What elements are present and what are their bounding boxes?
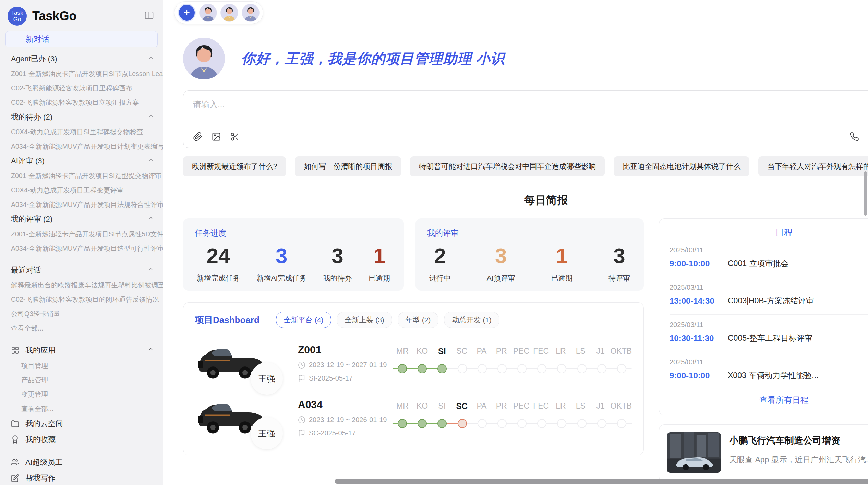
milestone-node[interactable] (597, 364, 606, 373)
sidebar-chat-item[interactable]: Z001-全新燃油皮卡产品开发项目SI节点Lesson Learn报告 (0, 66, 163, 81)
suggestion-chip[interactable]: 如何写一份清晰的项目周报 (295, 156, 401, 176)
snippet-scissors-icon[interactable] (230, 132, 240, 141)
milestone-node[interactable] (557, 364, 566, 373)
sidebar-item-cloud-space[interactable]: 我的云空间 (0, 416, 163, 432)
chat-item-label: A034-全新新能源MUV产品开发项目造型可行性评审 (11, 244, 163, 253)
section-title: 我的评审 (2) (11, 214, 52, 224)
agent-avatar-3[interactable] (242, 4, 260, 22)
new-chat-button[interactable]: 新对话 (5, 31, 158, 47)
dashboard-tab[interactable]: 动总开发 (1) (444, 312, 499, 328)
agent-avatar-2[interactable] (220, 4, 238, 22)
milestone-node[interactable] (398, 364, 407, 373)
stat: 1 已逾期 (551, 243, 572, 283)
milestone-node[interactable] (577, 364, 587, 373)
milestone-node[interactable] (577, 419, 587, 428)
attach-file-icon[interactable] (193, 132, 203, 141)
milestone-node[interactable] (478, 364, 487, 373)
input-toolbar (193, 132, 868, 141)
stat-card: 我的评审 2 进行中 3 AI预评审 1 已逾期 3 待评审 (415, 218, 644, 291)
project-row[interactable]: 王强 Z001 2023-12-19 ~ 2027-01-19 SI-2025-… (195, 343, 632, 383)
sidebar-chat-item[interactable]: 公司Q3轻卡销量 (0, 307, 163, 321)
milestone-node[interactable] (418, 364, 427, 373)
sidebar-chat-item[interactable]: 解释最新出台的欧盟报废车法规再生塑料比例被调至15%... (0, 278, 163, 292)
sidebar-chat-item[interactable]: A034-全新新能源MUV产品开发项目造型可行性评审 (0, 241, 163, 256)
milestone-node[interactable] (478, 419, 487, 428)
milestone-node[interactable] (537, 419, 546, 428)
milestone-node[interactable] (398, 419, 407, 428)
sidebar-chat-item[interactable]: A034-全新新能源MUV产品开发项目计划变更表编写 (0, 139, 163, 153)
schedule-time: 13:00-14:30 (670, 296, 728, 306)
recent-chats-header[interactable]: 最近对话 (0, 263, 163, 278)
milestone-node[interactable] (617, 419, 626, 428)
chat-item-label: C0X4-动力总成开发项目SI里程碑提交物检查 (11, 127, 143, 137)
sidebar-section-header[interactable]: 我的评审 (2) (0, 212, 163, 227)
stat-value: 1 (369, 243, 390, 269)
milestone-node[interactable] (497, 364, 507, 373)
milestone-node[interactable] (458, 419, 467, 428)
sidebar-item-help-me-write[interactable]: 帮我写作 (0, 470, 163, 485)
tab-label: 全新平台 (4) (284, 316, 324, 324)
chat-item-label: C02-飞腾新能源轻客改款项目立项汇报方案 (11, 98, 139, 107)
stat: 3 待评审 (608, 243, 630, 283)
milestone-node[interactable] (458, 364, 467, 373)
sidebar-item-project-management[interactable]: 项目管理 (0, 358, 163, 373)
sidebar-chat-item[interactable]: C0X4-动力总成开发项目SI里程碑提交物检查 (0, 125, 163, 139)
suggestion-chip[interactable]: 当下年轻人对汽车外观有怎样的喜好趋势 (758, 156, 868, 176)
chat-input-box[interactable]: 请输入... (183, 90, 868, 148)
view-all-schedule-link[interactable]: 查看所有日程 (670, 389, 868, 409)
milestone-node[interactable] (517, 419, 527, 428)
milestone-node[interactable] (557, 419, 566, 428)
sidebar-chat-item[interactable]: 查看全部... (0, 321, 163, 335)
sidebar-section-header[interactable]: Agent已办 (3) (0, 51, 163, 66)
chat-item-label: A034-全新新能源MUV产品开发项目计划变更表编写 (11, 142, 163, 151)
sidebar-section-header[interactable]: 我的待办 (2) (0, 110, 163, 125)
dashboard-tab[interactable]: 全新上装 (3) (337, 312, 392, 328)
sidebar-chat-item[interactable]: Z001-全新燃油轻卡产品开发项目SI节点属性5D文件评审 (0, 227, 163, 241)
horizontal-scrollbar[interactable] (335, 479, 868, 484)
dashboard-tab[interactable]: 年型 (2) (398, 312, 439, 328)
sidebar-section-header[interactable]: AI评审 (3) (0, 153, 163, 169)
milestone-node[interactable] (597, 419, 606, 428)
agent-avatar-1[interactable] (199, 4, 217, 22)
suggestion-chip[interactable]: 比亚迪全固态电池计划具体说了什么 (614, 156, 749, 176)
sidebar-chat-item[interactable]: C02-飞腾新能源轻客改款项目的闭环通告反馈情况 (0, 292, 163, 307)
project-row[interactable]: 王强 A034 2023-12-19 ~ 2026-01-19 SC-2025-… (195, 398, 632, 438)
stat-label: 已逾期 (369, 273, 390, 283)
milestone-node[interactable] (437, 419, 447, 428)
milestone-node[interactable] (517, 364, 527, 373)
suggestion-chip[interactable]: 欧洲新规最近颁布了什么? (183, 156, 286, 176)
collapse-sidebar-icon[interactable] (144, 10, 154, 22)
schedule-time: 9:00-10:00 (670, 259, 728, 269)
milestone-label: LS (571, 401, 591, 411)
project-dashboard-card: 项目Dashboard 全新平台 (4)全新上装 (3)年型 (2)动总开发 (… (183, 302, 644, 455)
chip-label: 特朗普可能对进口汽车增税会对中国车企造成哪些影响 (419, 162, 596, 171)
image-upload-icon[interactable] (212, 132, 221, 141)
milestone-node[interactable] (497, 419, 507, 428)
sidebar-chat-item[interactable]: Z001-全新燃油轻卡产品开发项目SI造型提交物评审 (0, 169, 163, 183)
sidebar-item-favorites[interactable]: 我的收藏 (0, 432, 163, 447)
milestone-node[interactable] (537, 364, 546, 373)
vertical-scrollbar[interactable] (864, 171, 867, 216)
person-illustration (183, 38, 225, 79)
milestone-node[interactable] (437, 364, 447, 373)
my-apps-title: 我的应用 (25, 345, 56, 356)
sidebar-chat-item[interactable]: C02-飞腾新能源轻客改款项目里程碑画布 (0, 81, 163, 95)
sidebar-item-ai-super-staff[interactable]: AI超级员工 (0, 455, 163, 470)
sidebar-chat-item[interactable]: C02-飞腾新能源轻客改款项目立项汇报方案 (0, 95, 163, 110)
add-agent-button[interactable] (178, 4, 196, 22)
chat-item-label: 解释最新出台的欧盟报废车法规再生塑料比例被调至15%... (11, 281, 163, 290)
suggestion-chip[interactable]: 特朗普可能对进口汽车增税会对中国车企造成哪些影响 (410, 156, 605, 176)
sidebar-item-view-all-apps[interactable]: 查看全部... (0, 401, 163, 416)
milestone-node[interactable] (617, 364, 626, 373)
my-apps-header[interactable]: 我的应用 (0, 343, 163, 358)
voice-call-icon[interactable] (849, 132, 859, 141)
milestone-track: MRKOSISCPAPRPECFECLRLSJ1OKTB (393, 347, 632, 380)
sidebar-chat-item[interactable]: C0X4-动力总成开发项目工程变更评审 (0, 183, 163, 197)
news-card[interactable]: 小鹏飞行汽车制造公司增资 天眼查 App 显示，近日广州汇天飞行汽... (659, 424, 868, 483)
dashboard-tab[interactable]: 全新平台 (4) (276, 312, 331, 328)
sidebar-chat-item[interactable]: A034-全新新能源MUV产品开发项目法规符合性评审 (0, 197, 163, 212)
sidebar-item-product-management[interactable]: 产品管理 (0, 373, 163, 387)
milestone-label: OKTB (610, 347, 632, 356)
milestone-node[interactable] (418, 419, 427, 428)
sidebar-item-change-management[interactable]: 变更管理 (0, 387, 163, 401)
